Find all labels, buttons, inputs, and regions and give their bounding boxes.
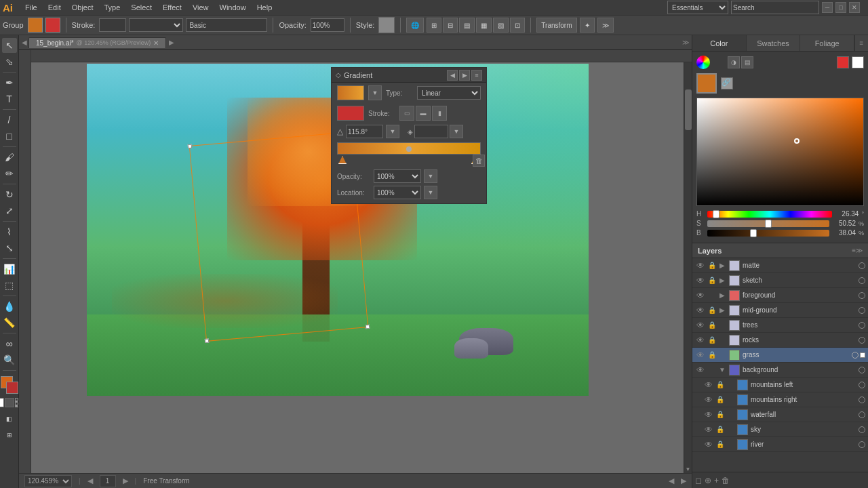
layer-eye-trees[interactable]: 👁 bbox=[695, 320, 706, 331]
selection-tool[interactable]: ↖ bbox=[2, 38, 17, 53]
gray-swatch[interactable] bbox=[5, 398, 14, 407]
zoom-select[interactable]: 120.459% bbox=[24, 475, 72, 487]
scale-tool[interactable]: ⤢ bbox=[2, 203, 17, 218]
layer-eye-rocks[interactable]: 👁 bbox=[695, 335, 706, 346]
layer-expand-foreground[interactable]: ▶ bbox=[718, 291, 726, 300]
layer-expand-matte[interactable]: ▶ bbox=[718, 262, 726, 270]
location-dropdown[interactable]: ▼ bbox=[450, 125, 463, 138]
view-btn-5[interactable]: ▧ bbox=[493, 18, 509, 33]
status-scroll-left[interactable]: ◀ bbox=[669, 476, 674, 485]
canvas-scrollbar-v[interactable]: ▼ bbox=[684, 62, 692, 473]
page-input[interactable] bbox=[100, 475, 116, 487]
type-tool[interactable]: T bbox=[2, 92, 17, 106]
pencil-tool[interactable]: ✏ bbox=[2, 166, 17, 181]
current-color-swatch[interactable] bbox=[696, 73, 717, 94]
layer-eye-foreground[interactable]: 👁 bbox=[695, 290, 706, 301]
layer-rocks[interactable]: 👁 🔒 rocks bbox=[692, 333, 868, 348]
midpoint-handle[interactable] bbox=[406, 143, 412, 155]
layer-expand-sky[interactable] bbox=[726, 426, 734, 434]
layer-eye-midground[interactable]: 👁 bbox=[695, 305, 706, 316]
menu-edit[interactable]: Edit bbox=[43, 2, 66, 13]
gradient-stroke-preview[interactable] bbox=[337, 106, 364, 121]
arrange-button[interactable]: ✦ bbox=[580, 18, 595, 33]
eyedropper-tool[interactable]: 💧 bbox=[2, 299, 17, 314]
view-btn-6[interactable]: ⊡ bbox=[510, 18, 525, 33]
stroke-btn-3[interactable]: ▮ bbox=[432, 106, 447, 121]
tab-close-icon[interactable]: ✕ bbox=[153, 39, 159, 47]
gradient-stop-left[interactable] bbox=[338, 156, 347, 164]
direct-selection-tool[interactable]: ⬂ bbox=[2, 54, 17, 69]
layer-sky[interactable]: 👁 🔒 sky bbox=[692, 422, 868, 437]
delete-stop-btn[interactable]: 🗑 bbox=[473, 155, 485, 167]
close-button[interactable]: ✕ bbox=[849, 2, 860, 13]
layer-eye-background[interactable]: 👁 bbox=[695, 365, 706, 375]
s-slider[interactable] bbox=[707, 220, 829, 227]
layer-eye-matte[interactable]: 👁 bbox=[695, 260, 706, 271]
layer-lock-matte[interactable]: 🔒 bbox=[707, 261, 717, 270]
location-dropdown-btn[interactable]: ▼ bbox=[424, 186, 437, 199]
layer-expand-background[interactable]: ▼ bbox=[718, 366, 726, 374]
view-btn-4[interactable]: ▦ bbox=[476, 18, 492, 33]
layer-lock-foreground[interactable]: 🔒 bbox=[707, 291, 717, 300]
file-tab[interactable]: 15_begin.ai* @ 120.45% (RGB/Preview) ✕ bbox=[28, 37, 166, 48]
tab-scroll-left[interactable]: ◀ bbox=[22, 39, 28, 46]
opacity-dropdown[interactable]: ▼ bbox=[424, 169, 437, 183]
layer-river[interactable]: 👁 🔒 river bbox=[692, 437, 868, 452]
tab-scroll-right[interactable]: ▶ bbox=[169, 39, 176, 46]
extra-btn-2[interactable]: ⊞ bbox=[2, 428, 17, 443]
stroke-swatch[interactable] bbox=[45, 18, 60, 33]
layer-midground[interactable]: 👁 🔒 ▶ mid-ground bbox=[692, 303, 868, 318]
menu-effect[interactable]: Effect bbox=[157, 2, 187, 13]
background-swatch[interactable] bbox=[6, 382, 18, 394]
layer-eye-mr[interactable]: 👁 bbox=[703, 394, 714, 405]
view-btn-1[interactable]: ⊞ bbox=[427, 18, 441, 33]
menu-object[interactable]: Object bbox=[66, 2, 99, 13]
view-btn-2[interactable]: ⊟ bbox=[443, 18, 458, 33]
layer-expand-rocks[interactable] bbox=[718, 336, 726, 344]
gradient-next-btn[interactable]: ▶ bbox=[459, 70, 470, 81]
menu-help[interactable]: Help bbox=[252, 2, 278, 13]
angle-input[interactable] bbox=[346, 125, 383, 138]
blend-tool[interactable]: ∞ bbox=[2, 336, 17, 351]
layer-eye-sketch[interactable]: 👁 bbox=[695, 275, 706, 286]
b-slider[interactable] bbox=[707, 230, 829, 237]
layer-eye-river[interactable]: 👁 bbox=[703, 439, 714, 450]
handle-br[interactable] bbox=[366, 325, 370, 329]
layer-expand-sketch[interactable]: ▶ bbox=[718, 277, 726, 285]
restore-button[interactable]: □ bbox=[835, 2, 846, 13]
gradient-menu-btn[interactable]: ≡ bbox=[471, 70, 482, 81]
pen-tool[interactable]: ✒ bbox=[2, 75, 17, 90]
free-transform-tool[interactable]: ⤡ bbox=[2, 241, 17, 256]
layer-expand-grass[interactable] bbox=[718, 351, 726, 359]
stroke-btn-2[interactable]: ▬ bbox=[416, 106, 431, 121]
layers-panel-btn[interactable]: ≫ bbox=[856, 247, 863, 254]
menu-view[interactable]: View bbox=[187, 2, 214, 13]
scrollbar-thumb-v[interactable] bbox=[685, 89, 692, 130]
layer-expand-trees[interactable] bbox=[718, 321, 726, 329]
gradient-bar[interactable] bbox=[337, 142, 481, 155]
layer-eye-wf[interactable]: 👁 bbox=[703, 409, 714, 420]
b-slider-thumb[interactable] bbox=[750, 229, 757, 237]
color-link-icon[interactable]: 🔗 bbox=[721, 77, 733, 89]
opacity-input[interactable] bbox=[311, 18, 344, 32]
page-next-btn[interactable]: ▶ bbox=[123, 476, 128, 485]
artboard-tool[interactable]: ⬚ bbox=[2, 278, 17, 293]
menu-window[interactable]: Window bbox=[214, 2, 252, 13]
stroke-input[interactable] bbox=[99, 18, 126, 32]
layer-mountains-right[interactable]: 👁 🔒 mountains right bbox=[692, 392, 868, 407]
handle-tl[interactable] bbox=[187, 144, 192, 149]
angle-dropdown[interactable]: ▼ bbox=[386, 125, 399, 138]
layer-mountains-left[interactable]: 👁 🔒 mountains left bbox=[692, 378, 868, 392]
minimize-button[interactable]: ─ bbox=[822, 2, 833, 13]
paintbrush-tool[interactable]: 🖌 bbox=[2, 150, 17, 165]
color-wheel-icon[interactable]: ◑ bbox=[728, 56, 740, 68]
layer-lock-sky[interactable]: 🔒 bbox=[715, 425, 725, 434]
page-prev-btn[interactable]: ◀ bbox=[87, 476, 93, 485]
gradient-swatch-dropdown[interactable]: ▼ bbox=[368, 85, 382, 100]
tab-color[interactable]: Color bbox=[692, 35, 747, 51]
layer-expand-river[interactable] bbox=[726, 441, 734, 449]
new-layer-btn[interactable]: + bbox=[714, 476, 719, 485]
layer-expand-midground[interactable]: ▶ bbox=[718, 306, 726, 314]
layer-lock-grass[interactable]: 🔒 bbox=[707, 350, 717, 360]
style-swatch[interactable] bbox=[378, 17, 395, 33]
